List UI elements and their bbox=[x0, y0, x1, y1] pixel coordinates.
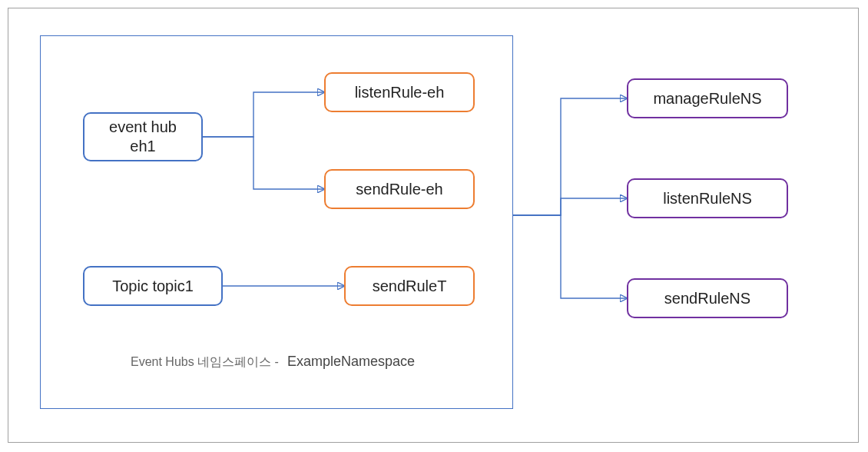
node-listen-rule-eh: listenRule-eh bbox=[324, 72, 475, 112]
namespace-caption-name: ExampleNamespace bbox=[287, 354, 415, 369]
node-topic: Topic topic1 bbox=[83, 266, 223, 306]
node-listen-rule-ns: listenRuleNS bbox=[627, 178, 788, 218]
namespace-caption-lead: Event Hubs 네임스페이스 - bbox=[131, 355, 279, 368]
node-send-rule-ns: sendRuleNS bbox=[627, 278, 788, 318]
diagram-canvas: event hub eh1 Topic topic1 listenRule-eh… bbox=[0, 0, 868, 452]
node-event-hub: event hub eh1 bbox=[83, 112, 203, 161]
node-send-rule-eh: sendRule-eh bbox=[324, 169, 475, 209]
node-manage-rule-ns: manageRuleNS bbox=[627, 78, 788, 118]
node-send-rule-t: sendRuleT bbox=[344, 266, 475, 306]
namespace-caption: Event Hubs 네임스페이스 - ExampleNamespace bbox=[131, 354, 415, 371]
